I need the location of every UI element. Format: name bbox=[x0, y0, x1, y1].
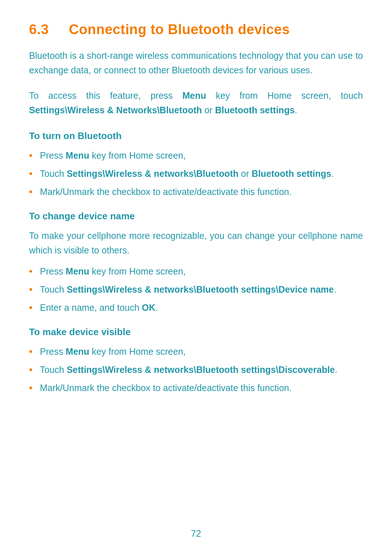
section-turn-on-bluetooth: To turn on Bluetooth Press Menu key from… bbox=[29, 130, 363, 199]
section-heading-make-visible: To make device visible bbox=[29, 326, 363, 338]
list-item: Mark/Unmark the checkbox to activate/dea… bbox=[29, 184, 363, 199]
section-title: Connecting to Bluetooth devices bbox=[69, 22, 290, 37]
page-title: 6.3 Connecting to Bluetooth devices bbox=[29, 22, 363, 37]
list-item: Touch Settings\Wireless & networks\Bluet… bbox=[29, 282, 363, 297]
list-item: Press Menu key from Home screen, bbox=[29, 148, 363, 163]
bullet-list-turn-on: Press Menu key from Home screen, Touch S… bbox=[29, 148, 363, 199]
list-item: Touch Settings\Wireless & networks\Bluet… bbox=[29, 362, 363, 377]
list-item: Enter a name, and touch OK. bbox=[29, 300, 363, 315]
list-item: Press Menu key from Home screen, bbox=[29, 344, 363, 359]
section-make-visible: To make device visible Press Menu key fr… bbox=[29, 326, 363, 395]
section-desc-change-name: To make your cellphone more recognizable… bbox=[29, 228, 363, 257]
section-heading-change-name: To change device name bbox=[29, 211, 363, 222]
list-item: Touch Settings\Wireless & networks\Bluet… bbox=[29, 166, 363, 181]
page-number: 72 bbox=[191, 528, 201, 539]
list-item: Mark/Unmark the checkbox to activate/dea… bbox=[29, 381, 363, 395]
bullet-list-change-name: Press Menu key from Home screen, Touch S… bbox=[29, 264, 363, 315]
list-item: Press Menu key from Home screen, bbox=[29, 264, 363, 278]
section-heading-turn-on: To turn on Bluetooth bbox=[29, 130, 363, 142]
access-instruction: To access this feature, press Menu key f… bbox=[29, 88, 363, 117]
intro-paragraph: Bluetooth is a short-range wireless comm… bbox=[29, 48, 363, 77]
section-number: 6.3 bbox=[29, 22, 49, 37]
bullet-list-make-visible: Press Menu key from Home screen, Touch S… bbox=[29, 344, 363, 395]
section-change-device-name: To change device name To make your cellp… bbox=[29, 211, 363, 315]
